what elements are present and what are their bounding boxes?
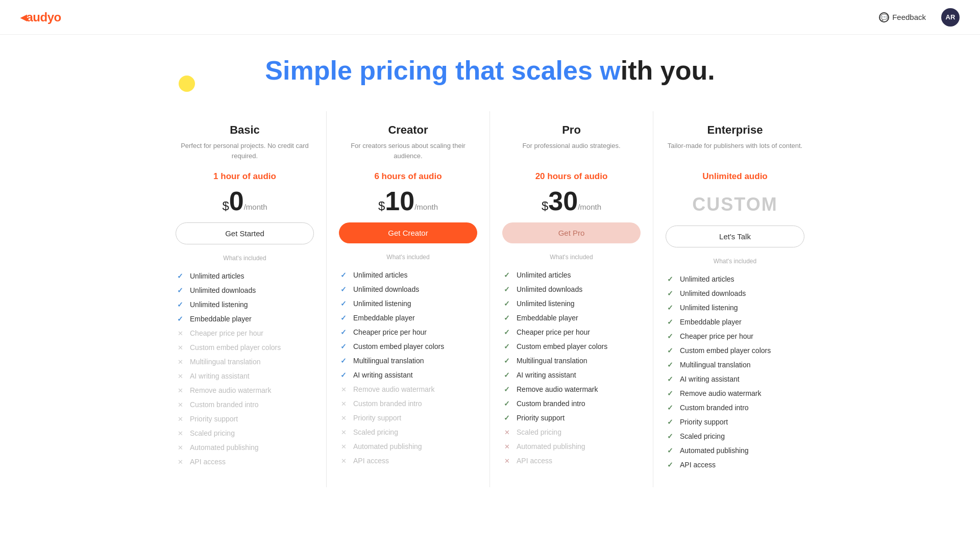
feature-label: Embeddable player bbox=[190, 315, 252, 323]
feature-label: Remove audio watermark bbox=[190, 386, 272, 394]
check-icon: ✓ bbox=[666, 460, 675, 469]
feature-label: Automated publishing bbox=[190, 443, 259, 452]
feature-label: API access bbox=[190, 458, 226, 466]
check-icon: ✓ bbox=[176, 314, 185, 323]
feature-item: ✓ Unlimited articles bbox=[339, 268, 477, 282]
price-amount: 10 bbox=[385, 188, 414, 214]
feature-label: Remove audio watermark bbox=[680, 389, 762, 397]
feature-item: ✕ Cheaper price per hour bbox=[176, 326, 314, 340]
check-icon: ✓ bbox=[176, 300, 185, 309]
feature-label: Custom embed player colors bbox=[680, 346, 771, 355]
feature-item: ✓ Priority support bbox=[502, 411, 641, 425]
feature-label: Automated publishing bbox=[353, 442, 422, 450]
feature-item: ✕ Scaled pricing bbox=[176, 426, 314, 440]
feature-label: Unlimited articles bbox=[190, 272, 244, 280]
price-period: /month bbox=[414, 203, 438, 214]
check-icon: ✓ bbox=[666, 446, 675, 455]
feature-label: Custom embed player colors bbox=[517, 342, 607, 350]
feature-item: ✓ Custom branded intro bbox=[502, 396, 641, 411]
feature-item: ✕ Automated publishing bbox=[502, 439, 641, 454]
check-icon: ✓ bbox=[666, 289, 675, 298]
price-amount: 30 bbox=[548, 188, 578, 214]
feature-item: ✕ Scaled pricing bbox=[502, 425, 641, 439]
check-icon: ✓ bbox=[502, 285, 511, 294]
x-icon: ✕ bbox=[502, 442, 511, 451]
plan-cta-button[interactable]: Get Creator bbox=[339, 222, 477, 243]
plan-cta-button[interactable]: Get Started bbox=[176, 222, 314, 244]
x-icon: ✕ bbox=[176, 329, 185, 338]
plan-desc: For professional audio strategies. bbox=[502, 141, 641, 163]
x-icon: ✕ bbox=[176, 400, 185, 409]
title-highlight: Simple pricing that scales w bbox=[265, 56, 620, 85]
feature-label: Custom branded intro bbox=[680, 404, 749, 412]
plan-audio: 1 hour of audio bbox=[176, 171, 314, 182]
check-icon: ✓ bbox=[666, 360, 675, 369]
x-icon: ✕ bbox=[339, 385, 348, 394]
whats-included-label: What's included bbox=[666, 258, 804, 265]
whats-included-label: What's included bbox=[176, 255, 314, 262]
feature-label: Cheaper price per hour bbox=[680, 332, 753, 340]
feature-label: Unlimited listening bbox=[517, 299, 575, 308]
plan-desc: Perfect for personal projects. No credit… bbox=[176, 141, 314, 163]
feature-item: ✓ Multilingual translation bbox=[339, 354, 477, 368]
check-icon: ✓ bbox=[339, 285, 348, 294]
feature-label: Unlimited articles bbox=[680, 275, 734, 283]
plan-name: Basic bbox=[176, 123, 314, 137]
plan-price: $ 10 /month bbox=[339, 188, 477, 214]
x-icon: ✕ bbox=[502, 456, 511, 465]
feature-label: AI writing assistant bbox=[517, 371, 576, 379]
feature-label: Unlimited downloads bbox=[517, 285, 582, 293]
feature-label: API access bbox=[680, 461, 716, 469]
feature-label: Unlimited articles bbox=[353, 271, 408, 279]
x-icon: ✕ bbox=[176, 343, 185, 352]
plan-cta-button[interactable]: Get Pro bbox=[502, 222, 641, 243]
plan-card-enterprise: Enterprise Tailor-made for publishers wi… bbox=[653, 111, 817, 487]
check-icon: ✓ bbox=[502, 413, 511, 422]
feature-label: Priority support bbox=[517, 414, 565, 422]
feature-label: Priority support bbox=[680, 418, 728, 426]
hero-section: Simple pricing that scales with you. bbox=[0, 35, 980, 96]
check-icon: ✓ bbox=[339, 370, 348, 380]
check-icon: ✓ bbox=[502, 313, 511, 322]
feature-item: ✓ AI writing assistant bbox=[339, 368, 477, 382]
feature-label: API access bbox=[517, 457, 552, 465]
feature-label: Scaled pricing bbox=[353, 428, 398, 436]
check-icon: ✓ bbox=[666, 332, 675, 341]
feature-item: ✕ Custom branded intro bbox=[339, 396, 477, 411]
check-icon: ✓ bbox=[666, 317, 675, 327]
avatar[interactable]: AR bbox=[941, 8, 960, 27]
plan-name: Pro bbox=[502, 123, 641, 137]
check-icon: ✓ bbox=[339, 328, 348, 337]
feature-label: Custom embed player colors bbox=[353, 342, 444, 350]
price-symbol: $ bbox=[222, 199, 229, 213]
feature-item: ✕ Priority support bbox=[339, 411, 477, 425]
feature-item: ✕ Remove audio watermark bbox=[176, 383, 314, 397]
feature-label: Unlimited listening bbox=[190, 300, 248, 309]
feature-item: ✕ Priority support bbox=[176, 412, 314, 426]
feature-label: Multilingual translation bbox=[353, 357, 424, 365]
feature-label: Unlimited listening bbox=[680, 304, 738, 312]
feature-label: AI writing assistant bbox=[680, 375, 740, 383]
plan-cta-button[interactable]: Let's Talk bbox=[666, 226, 804, 247]
check-icon: ✓ bbox=[339, 356, 348, 365]
feature-label: Custom embed player colors bbox=[190, 343, 281, 352]
page-title: Simple pricing that scales with you. bbox=[10, 55, 970, 86]
feature-item: ✕ Automated publishing bbox=[339, 439, 477, 454]
feature-item: ✓ Embeddable player bbox=[502, 311, 641, 325]
plan-desc: Tailor-made for publishers with lots of … bbox=[666, 141, 804, 163]
check-icon: ✓ bbox=[502, 299, 511, 308]
feedback-button[interactable]: 💬 Feedback bbox=[874, 9, 931, 26]
feature-item: ✓ Cheaper price per hour bbox=[666, 329, 804, 343]
feature-item: ✕ Scaled pricing bbox=[339, 425, 477, 439]
check-icon: ✓ bbox=[502, 399, 511, 408]
feature-item: ✓ API access bbox=[666, 458, 804, 472]
feature-label: Cheaper price per hour bbox=[517, 328, 590, 336]
feature-label: AI writing assistant bbox=[353, 371, 413, 379]
price-period: /month bbox=[244, 203, 267, 214]
feature-item: ✓ Unlimited downloads bbox=[176, 283, 314, 297]
feature-label: Scaled pricing bbox=[517, 428, 561, 436]
title-normal: ith you. bbox=[621, 56, 715, 85]
check-icon: ✓ bbox=[666, 274, 675, 284]
feature-item: ✓ Multilingual translation bbox=[502, 354, 641, 368]
price-period: /month bbox=[578, 203, 601, 214]
